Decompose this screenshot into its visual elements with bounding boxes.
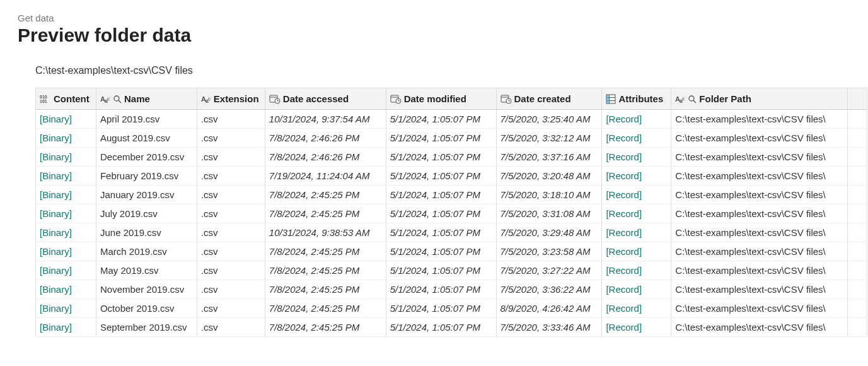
- name-cell: March 2019.csv: [96, 242, 197, 261]
- table-row[interactable]: [Binary]November 2019.csv.csv7/8/2024, 2…: [36, 280, 867, 299]
- content-link[interactable]: [Binary]: [36, 148, 96, 167]
- table-row[interactable]: [Binary]April 2019.csv.csv10/31/2024, 9:…: [36, 110, 867, 129]
- extension-cell: .csv: [197, 204, 265, 223]
- content-link[interactable]: [Binary]: [36, 280, 96, 299]
- modified-cell: 5/1/2024, 1:05:07 PM: [386, 223, 496, 242]
- table-row[interactable]: [Binary]March 2019.csv.csv7/8/2024, 2:45…: [36, 242, 867, 261]
- content-link[interactable]: [Binary]: [36, 242, 96, 261]
- created-cell: 7/5/2020, 3:25:40 AM: [496, 110, 602, 129]
- modified-cell: 5/1/2024, 1:05:07 PM: [386, 148, 496, 167]
- attributes-link[interactable]: [Record]: [602, 280, 671, 299]
- extension-cell: .csv: [197, 167, 265, 186]
- attributes-link[interactable]: [Record]: [602, 261, 671, 280]
- content-link[interactable]: [Binary]: [36, 318, 96, 337]
- attributes-link[interactable]: [Record]: [602, 242, 671, 261]
- content-link[interactable]: [Binary]: [36, 129, 96, 148]
- attributes-link[interactable]: [Record]: [602, 167, 671, 186]
- extension-cell: .csv: [197, 110, 265, 129]
- svg-text:C: C: [107, 97, 110, 101]
- datetime-type-icon: [390, 94, 402, 104]
- overflow-cell: [848, 186, 867, 204]
- accessed-cell: 10/31/2024, 9:38:53 AM: [265, 223, 386, 242]
- attributes-link[interactable]: [Record]: [602, 148, 671, 167]
- created-cell: 7/5/2020, 3:37:16 AM: [496, 148, 602, 167]
- folder-path-cell: C:\test-examples\text-csv\CSV files\: [671, 186, 848, 204]
- folder-path-cell: C:\test-examples\text-csv\CSV files\: [671, 261, 848, 280]
- modified-cell: 5/1/2024, 1:05:07 PM: [386, 299, 496, 318]
- col-header-content[interactable]: 010101 Content: [36, 88, 96, 110]
- attributes-link[interactable]: [Record]: [602, 129, 671, 148]
- attributes-link[interactable]: [Record]: [602, 186, 671, 204]
- content-link[interactable]: [Binary]: [36, 110, 96, 129]
- extension-cell: .csv: [197, 261, 265, 280]
- text-type-icon: ABC: [201, 94, 211, 104]
- col-header-folder-path[interactable]: ABC Folder Path: [671, 88, 848, 110]
- overflow-cell: [848, 148, 867, 167]
- col-header-accessed[interactable]: Date accessed: [265, 88, 386, 110]
- attributes-link[interactable]: [Record]: [602, 223, 671, 242]
- overflow-cell: [848, 223, 867, 242]
- col-header-name[interactable]: ABC Name: [96, 88, 197, 110]
- table-row[interactable]: [Binary]February 2019.csv.csv7/19/2024, …: [36, 167, 867, 186]
- text-type-icon: ABC: [675, 94, 685, 104]
- search-icon: [113, 95, 122, 103]
- accessed-cell: 7/8/2024, 2:46:26 PM: [265, 129, 386, 148]
- modified-cell: 5/1/2024, 1:05:07 PM: [386, 186, 496, 204]
- overflow-cell: [848, 204, 867, 223]
- breadcrumb[interactable]: Get data: [18, 13, 850, 23]
- extension-cell: .csv: [197, 299, 265, 318]
- modified-cell: 5/1/2024, 1:05:07 PM: [386, 110, 496, 129]
- svg-line-34: [693, 100, 696, 103]
- attributes-link[interactable]: [Record]: [602, 318, 671, 337]
- folder-path-cell: C:\test-examples\text-csv\CSV files\: [671, 299, 848, 318]
- content-link[interactable]: [Binary]: [36, 261, 96, 280]
- name-cell: September 2019.csv: [96, 318, 197, 337]
- name-cell: December 2019.csv: [96, 148, 197, 167]
- content-link[interactable]: [Binary]: [36, 204, 96, 223]
- table-row[interactable]: [Binary]July 2019.csv.csv7/8/2024, 2:45:…: [36, 204, 867, 223]
- created-cell: 7/5/2020, 3:36:22 AM: [496, 280, 602, 299]
- content-link[interactable]: [Binary]: [36, 299, 96, 318]
- extension-cell: .csv: [197, 242, 265, 261]
- folder-path-cell: C:\test-examples\text-csv\CSV files\: [671, 242, 848, 261]
- page-title: Preview folder data: [18, 25, 850, 46]
- accessed-cell: 7/8/2024, 2:45:25 PM: [265, 186, 386, 204]
- created-cell: 7/5/2020, 3:27:22 AM: [496, 261, 602, 280]
- attributes-link[interactable]: [Record]: [602, 299, 671, 318]
- col-header-attributes[interactable]: Attributes: [602, 88, 671, 110]
- svg-text:C: C: [682, 97, 685, 101]
- col-header-extension[interactable]: ABC Extension: [197, 88, 265, 110]
- table-row[interactable]: [Binary]October 2019.csv.csv7/8/2024, 2:…: [36, 299, 867, 318]
- name-cell: October 2019.csv: [96, 299, 197, 318]
- content-link[interactable]: [Binary]: [36, 186, 96, 204]
- table-row[interactable]: [Binary]August 2019.csv.csv7/8/2024, 2:4…: [36, 129, 867, 148]
- created-cell: 7/5/2020, 3:20:48 AM: [496, 167, 602, 186]
- table-row[interactable]: [Binary]June 2019.csv.csv10/31/2024, 9:3…: [36, 223, 867, 242]
- content-link[interactable]: [Binary]: [36, 167, 96, 186]
- accessed-cell: 7/8/2024, 2:45:25 PM: [265, 242, 386, 261]
- content-link[interactable]: [Binary]: [36, 223, 96, 242]
- modified-cell: 5/1/2024, 1:05:07 PM: [386, 261, 496, 280]
- extension-cell: .csv: [197, 186, 265, 204]
- table-row[interactable]: [Binary]January 2019.csv.csv7/8/2024, 2:…: [36, 186, 867, 204]
- table-row[interactable]: [Binary]September 2019.csv.csv7/8/2024, …: [36, 318, 867, 337]
- accessed-cell: 7/19/2024, 11:24:04 AM: [265, 167, 386, 186]
- datetime-type-icon: [501, 94, 512, 104]
- table-row[interactable]: [Binary]May 2019.csv.csv7/8/2024, 2:45:2…: [36, 261, 867, 280]
- name-cell: April 2019.csv: [96, 110, 197, 129]
- overflow-cell: [848, 110, 867, 129]
- col-header-created[interactable]: Date created: [496, 88, 602, 110]
- extension-cell: .csv: [197, 280, 265, 299]
- folder-path-cell: C:\test-examples\text-csv\CSV files\: [671, 167, 848, 186]
- accessed-cell: 7/8/2024, 2:46:26 PM: [265, 148, 386, 167]
- created-cell: 8/9/2020, 4:26:42 AM: [496, 299, 602, 318]
- col-header-modified[interactable]: Date modified: [386, 88, 496, 110]
- name-cell: November 2019.csv: [96, 280, 197, 299]
- attributes-link[interactable]: [Record]: [602, 204, 671, 223]
- extension-cell: .csv: [197, 129, 265, 148]
- folder-path-cell: C:\test-examples\text-csv\CSV files\: [671, 148, 848, 167]
- attributes-link[interactable]: [Record]: [602, 110, 671, 129]
- created-cell: 7/5/2020, 3:23:58 AM: [496, 242, 602, 261]
- table-row[interactable]: [Binary]December 2019.csv.csv7/8/2024, 2…: [36, 148, 867, 167]
- modified-cell: 5/1/2024, 1:05:07 PM: [386, 167, 496, 186]
